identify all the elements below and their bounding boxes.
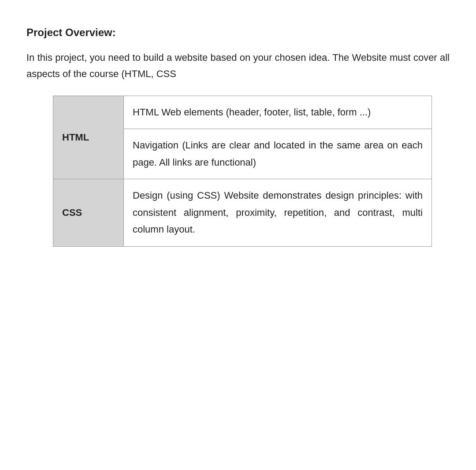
intro-text: In this project, you need to build a web… [26, 49, 450, 82]
table-row-css: CSS Design (using CSS) Website demonstra… [53, 179, 432, 247]
table-row-html-elements: HTML HTML Web elements (header, footer, … [53, 96, 432, 129]
html-elements-content: HTML Web elements (header, footer, list,… [124, 96, 432, 129]
content-table: HTML HTML Web elements (header, footer, … [53, 96, 432, 247]
css-label: CSS [53, 179, 124, 247]
css-content: Design (using CSS) Website demonstrates … [124, 179, 432, 247]
html-label: HTML [53, 96, 124, 179]
html-navigation-content: Navigation (Links are clear and located … [124, 129, 432, 179]
project-title: Project Overview: [26, 26, 450, 39]
